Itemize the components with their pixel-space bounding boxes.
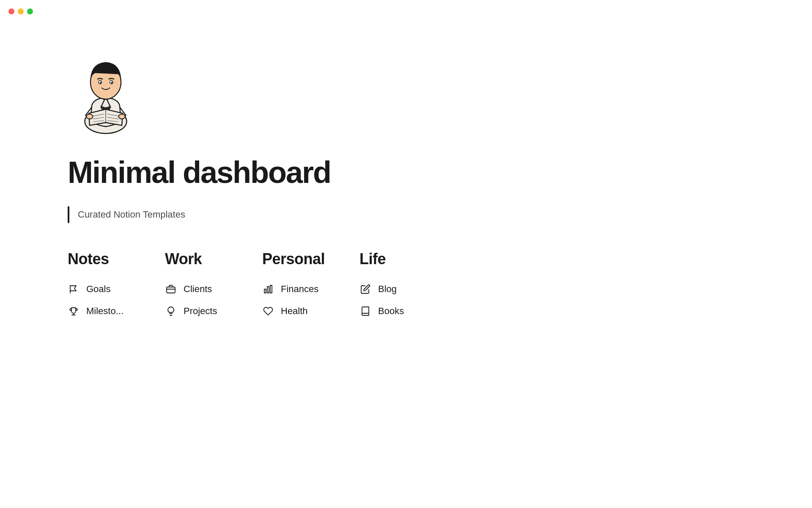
- svg-point-5: [100, 82, 102, 83]
- category-item-clients[interactable]: Clients: [165, 278, 245, 300]
- item-label-goals: Goals: [86, 284, 110, 295]
- item-label-books: Books: [378, 306, 404, 317]
- svg-point-6: [111, 82, 112, 83]
- category-item-goals[interactable]: Goals: [68, 278, 148, 300]
- item-label-clients: Clients: [184, 284, 212, 295]
- category-item-milestones[interactable]: Milesto...: [68, 300, 148, 322]
- lightbulb-icon: [165, 305, 177, 317]
- heart-icon: [262, 305, 274, 317]
- category-title-personal: Personal: [262, 250, 343, 268]
- category-title-notes: Notes: [68, 250, 148, 268]
- flag-icon: [68, 283, 80, 295]
- briefcase-icon: [165, 283, 177, 295]
- svg-rect-9: [167, 287, 175, 293]
- category-item-health[interactable]: Health: [262, 300, 343, 322]
- category-item-projects[interactable]: Projects: [165, 300, 245, 322]
- category-title-work: Work: [165, 250, 245, 268]
- category-item-blog[interactable]: Blog: [359, 278, 440, 300]
- svg-rect-11: [264, 289, 266, 293]
- close-button[interactable]: [8, 8, 14, 14]
- categories-grid: NotesGoalsMilesto...WorkClientsProjectsP…: [68, 250, 440, 322]
- page-title: Minimal dashboard: [68, 156, 440, 189]
- item-label-blog: Blog: [378, 284, 397, 295]
- category-column-personal: PersonalFinancesHealth: [262, 250, 343, 322]
- item-label-health: Health: [281, 306, 308, 317]
- category-item-finances[interactable]: Finances: [262, 278, 343, 300]
- svg-rect-13: [270, 285, 272, 293]
- subtitle-section: Curated Notion Templates: [68, 206, 440, 223]
- trophy-icon: [68, 305, 80, 317]
- edit-icon: [359, 283, 371, 295]
- category-title-life: Life: [359, 250, 440, 268]
- svg-rect-12: [267, 287, 269, 293]
- subtitle-bar: [68, 206, 69, 223]
- book-icon: [359, 305, 371, 317]
- svg-point-7: [86, 114, 93, 119]
- traffic-lights: [8, 8, 33, 14]
- barchart-icon: [262, 283, 274, 295]
- maximize-button[interactable]: [27, 8, 33, 14]
- category-column-life: LifeBlogBooks: [359, 250, 440, 322]
- item-label-finances: Finances: [281, 284, 318, 295]
- subtitle-text: Curated Notion Templates: [78, 209, 185, 220]
- item-label-milestones: Milesto...: [86, 306, 123, 317]
- svg-point-8: [118, 114, 125, 119]
- category-column-notes: NotesGoalsMilesto...: [68, 250, 148, 322]
- item-label-projects: Projects: [184, 306, 217, 317]
- category-item-books[interactable]: Books: [359, 300, 440, 322]
- category-column-work: WorkClientsProjects: [165, 250, 245, 322]
- character-illustration: [68, 51, 144, 135]
- main-content: Minimal dashboard Curated Notion Templat…: [0, 0, 508, 356]
- minimize-button[interactable]: [18, 8, 24, 14]
